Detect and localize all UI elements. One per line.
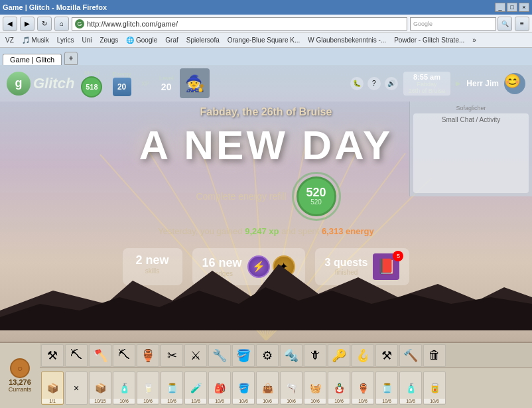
new-tab-button[interactable]: +	[64, 52, 78, 65]
game-date: 26th of Bruise	[409, 88, 446, 94]
url-text: http://www.glitch.com/game/	[87, 20, 178, 28]
right-sidebar: Sofaglicher Small Chat / Activity	[409, 102, 532, 196]
bookmark-graf[interactable]: Graf	[163, 36, 180, 44]
inv-item-17[interactable]: 🥫 10/6	[423, 372, 446, 405]
user-avatar[interactable]: 😊	[504, 73, 525, 94]
inv-item-16[interactable]: 🧴 10/6	[399, 372, 422, 405]
inv-tool-12[interactable]: 🗡	[304, 344, 326, 367]
inv-item-3[interactable]: 📦 10/15	[89, 372, 111, 405]
forward-button[interactable]: ▶	[20, 17, 34, 31]
home-button[interactable]: ⌂	[54, 17, 69, 31]
header-right: 🐛 ? 🔊 8:55 am Fabday 26th of Bruise ▶ He…	[350, 72, 525, 96]
inv-item-9[interactable]: 🪣 10/6	[232, 372, 255, 405]
ssl-icon: G	[75, 19, 84, 29]
currants-label: Currants	[9, 386, 32, 393]
inv-item-8[interactable]: 🎒 10/6	[208, 372, 231, 405]
inv-tool-9[interactable]: 🪣	[232, 344, 255, 367]
close-button[interactable]: ×	[519, 3, 529, 12]
inv-tool-16[interactable]: 🔨	[399, 344, 422, 367]
inv-item-11[interactable]: 🫗 10/6	[280, 372, 302, 405]
mood-label: Mood	[84, 70, 100, 76]
inv-count-16: 10/6	[400, 399, 421, 403]
xp-label: XP	[141, 80, 149, 87]
inv-tool-4[interactable]: ⛏	[113, 344, 135, 367]
inv-tool-6[interactable]: ✂	[161, 344, 183, 367]
bookmark-orange[interactable]: Orange-Blue Square K...	[225, 36, 303, 44]
bookmark-uni[interactable]: Uni	[79, 36, 94, 44]
xp-gained: 9,247 xp	[245, 226, 279, 236]
search-button[interactable]: 🔍	[498, 17, 512, 31]
inv-tool-14[interactable]: 🪝	[352, 344, 374, 367]
bookmark-lyrics[interactable]: Lyrics	[54, 36, 77, 44]
xp-summary-text: Yesterday, you gained	[158, 226, 242, 236]
username[interactable]: Herr Jim	[466, 79, 499, 88]
refresh-button[interactable]: ↻	[37, 17, 52, 31]
window-controls[interactable]: _ □ ×	[495, 3, 529, 12]
energy-icon: 20	[113, 78, 131, 96]
tab-game[interactable]: Game | Glitch	[3, 54, 62, 65]
inv-count-7: 10/6	[185, 399, 206, 403]
inv-item-5[interactable]: 🥛 10/6	[137, 372, 159, 405]
bookmark-glaubens[interactable]: W Glaubensbekenntnis -...	[305, 36, 389, 44]
datetime-box: 8:55 am Fabday 26th of Bruise	[403, 72, 451, 96]
inv-tool-3[interactable]: 🪓	[89, 344, 111, 367]
bookmark-zeugs[interactable]: Zeugs	[97, 36, 121, 44]
inv-tool-11[interactable]: 🔩	[280, 344, 302, 367]
search-box[interactable]: Google	[410, 17, 496, 31]
energy-spent: 6,313 energy	[322, 226, 374, 236]
bookmark-more[interactable]: »	[470, 36, 479, 44]
inv-tool-1[interactable]: ⚒	[41, 344, 64, 367]
energy-section: Energy 20	[112, 71, 131, 96]
inv-item-10[interactable]: 👜 10/6	[256, 372, 279, 405]
bookmark-google[interactable]: 🌐 Google	[123, 36, 160, 44]
inv-count-10: 10/6	[257, 399, 278, 403]
inv-item-14[interactable]: 🏺 10/6	[352, 372, 374, 405]
currants-amount: 13,276	[9, 378, 31, 386]
inv-tool-17[interactable]: 🗑	[423, 344, 446, 367]
inv-item-4[interactable]: 🧴 10/6	[113, 372, 135, 405]
back-button[interactable]: ◀	[3, 17, 17, 31]
inv-tool-8[interactable]: 🔧	[208, 344, 231, 367]
browser-search[interactable]: Google 🔍	[410, 17, 512, 31]
inv-item-15[interactable]: 🫙 10/6	[375, 372, 398, 405]
energy-max: 520	[310, 198, 322, 206]
menu-button[interactable]: ≡	[515, 17, 529, 31]
minimize-button[interactable]: _	[495, 3, 505, 12]
help-icon[interactable]: ?	[367, 77, 381, 90]
inv-item-2[interactable]: ×	[65, 372, 88, 405]
inv-count-9: 10/6	[233, 399, 254, 403]
inv-item-7[interactable]: 🧪 10/6	[184, 372, 207, 405]
navigation-bar: ◀ ▶ ↻ ⌂ G http://www.glitch.com/game/ Go…	[0, 15, 532, 33]
logo-area: g Glitch	[7, 72, 74, 96]
inv-tool-10[interactable]: ⚙	[256, 344, 279, 367]
inv-count-17: 10/6	[424, 399, 445, 403]
inv-tool-15[interactable]: ⚒	[375, 344, 398, 367]
energy-value: 20	[117, 82, 126, 92]
address-bar[interactable]: G http://www.glitch.com/game/	[72, 17, 407, 31]
game-time: 8:55 am	[409, 73, 446, 81]
bookmark-musik[interactable]: 🎵 Musik	[19, 36, 52, 44]
bookmark-spielersofa[interactable]: Spielersofa	[184, 36, 222, 44]
bottom-toolbar: ○ 13,276 Currants ⚒ ⛏ 🪓 ⛏ 🏺 ✂ ⚔ 🔧 🪣 ⚙ 🔩 …	[0, 342, 532, 408]
stats-section: Mood 518 Energy 20 XP Level 20	[81, 70, 173, 98]
currants-circle: ○	[10, 358, 30, 378]
inv-tool-5[interactable]: 🏺	[137, 344, 159, 367]
chat-area[interactable]: Small Chat / Activity	[413, 113, 529, 193]
sound-icon[interactable]: 🔊	[385, 77, 398, 90]
bookmark-vz[interactable]: VZ	[3, 36, 17, 44]
inv-item-13[interactable]: 🪆 10/6	[328, 372, 350, 405]
level-label: Level	[159, 75, 174, 82]
inv-item-12[interactable]: 🧺 10/6	[304, 372, 326, 405]
inv-tool-2[interactable]: ⛏	[65, 344, 88, 367]
mountain-svg	[0, 251, 532, 330]
logo-g: g	[15, 76, 23, 90]
inventory-area: ⚒ ⛏ 🪓 ⛏ 🏺 ✂ ⚔ 🔧 🪣 ⚙ 🔩 🗡 🔑 🪝 ⚒ 🔨 🗑 📦 1/1	[40, 343, 532, 408]
bug-icon[interactable]: 🐛	[350, 77, 364, 90]
bookmark-powder[interactable]: Powder - Glitch Strate...	[391, 36, 467, 44]
inv-item-6[interactable]: 🫙 10/6	[161, 372, 183, 405]
inv-item-1[interactable]: 📦 1/1	[41, 372, 64, 405]
title-bar: Game | Glitch - Mozilla Firefox _ □ ×	[0, 0, 532, 15]
inv-tool-13[interactable]: 🔑	[328, 344, 350, 367]
maximize-button[interactable]: □	[507, 3, 517, 12]
inv-tool-7[interactable]: ⚔	[184, 344, 207, 367]
